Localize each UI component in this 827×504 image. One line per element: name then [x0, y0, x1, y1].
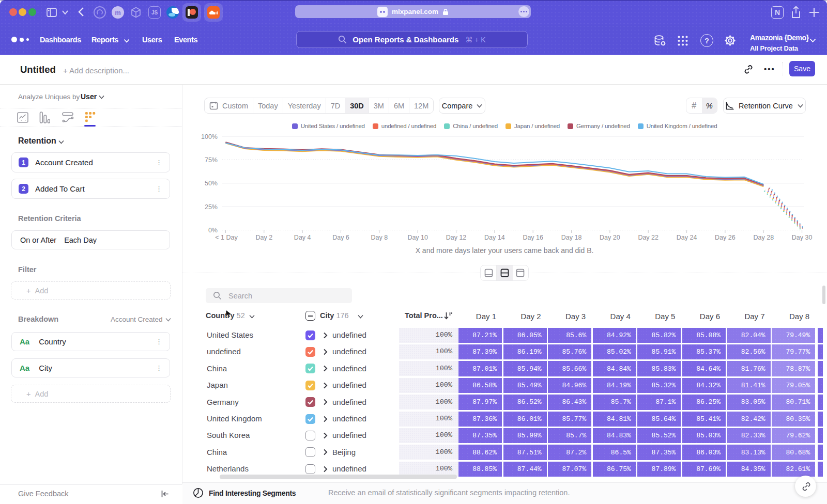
svg-text:Day 10: Day 10 [407, 234, 428, 241]
svg-text:< 1 Day: < 1 Day [215, 234, 238, 241]
svg-text:Day 16: Day 16 [523, 234, 543, 241]
svg-text:Day 8: Day 8 [371, 234, 388, 241]
svg-text:Day 4: Day 4 [294, 234, 311, 241]
svg-text:50%: 50% [205, 180, 218, 187]
svg-text:75%: 75% [205, 156, 218, 164]
svg-text:0%: 0% [208, 227, 218, 234]
svg-text:Day 28: Day 28 [753, 234, 774, 241]
svg-text:Day 24: Day 24 [677, 234, 697, 241]
svg-text:Day 12: Day 12 [446, 234, 467, 241]
svg-text:25%: 25% [205, 203, 218, 211]
svg-text:Day 2: Day 2 [255, 234, 272, 241]
svg-text:Day 20: Day 20 [600, 234, 620, 241]
svg-text:Day 14: Day 14 [484, 234, 505, 241]
svg-text:100%: 100% [201, 133, 218, 140]
svg-text:Day 22: Day 22 [638, 234, 658, 241]
svg-text:Day 30: Day 30 [792, 234, 813, 241]
svg-text:Day 26: Day 26 [715, 234, 736, 241]
svg-text:Day 6: Day 6 [332, 234, 349, 241]
svg-text:Day 18: Day 18 [561, 234, 582, 241]
